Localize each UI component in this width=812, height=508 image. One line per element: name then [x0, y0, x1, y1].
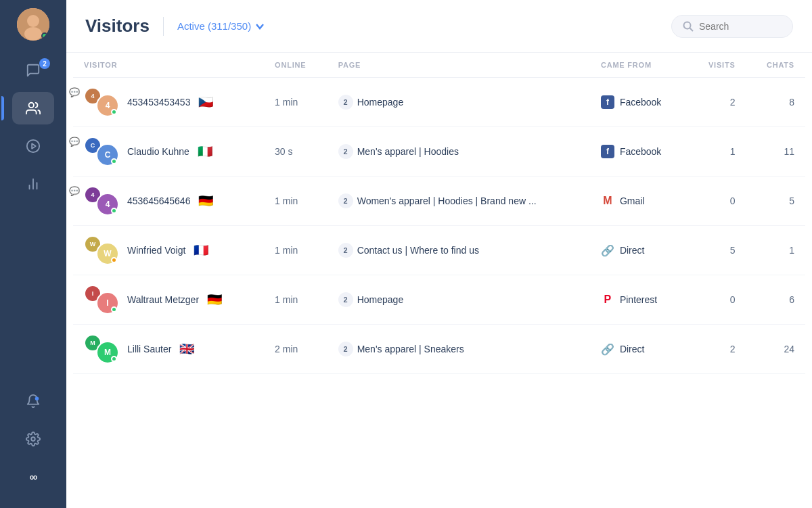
sidebar-item-persona[interactable]: oo: [12, 461, 54, 493]
page-info: 2 Men's apparel | Hoodies: [338, 144, 579, 159]
page-info: 2 Homepage: [338, 292, 579, 307]
play-icon: [26, 139, 41, 154]
table-row[interactable]: W W Winfried Voigt 🇫🇷 1 min 2 Contact us…: [73, 226, 805, 275]
source-name: Direct: [620, 245, 645, 256]
page-cell: 2 Men's apparel | Hoodies: [328, 127, 590, 177]
avatar-stack: 💬 4 4: [84, 87, 119, 117]
avatar-main: C: [96, 143, 119, 166]
visitor-flag: 🇬🇧: [179, 342, 194, 356]
search-input[interactable]: [699, 21, 782, 32]
visitor-name: 453453453453: [127, 97, 190, 108]
chat-icon: [26, 63, 41, 78]
page-cell: 2 Women's apparel | Hoodies | Brand new …: [328, 177, 590, 226]
source-info: MGmail: [601, 194, 677, 208]
page-cell: 2 Contact us | Where to find us: [328, 226, 590, 275]
table-row[interactable]: 💬 4 4 453453453453 🇨🇿 1 min 2 Homepage f…: [73, 78, 805, 127]
visitors-table-container: VISITOR ONLINE PAGE CAME FROM VISITS CHA…: [66, 53, 812, 508]
chats-count: 5: [746, 177, 805, 226]
visitors-icon: [26, 101, 41, 116]
sidebar-item-chat[interactable]: 2: [12, 54, 54, 87]
svg-point-1: [27, 15, 39, 27]
online-time: 1 min: [264, 226, 328, 275]
table-body: 💬 4 4 453453453453 🇨🇿 1 min 2 Homepage f…: [73, 78, 805, 374]
table-row[interactable]: 💬 C C Claudio Kuhne 🇮🇹 30 s 2 Men's appa…: [73, 127, 805, 177]
svg-point-3: [29, 103, 34, 108]
settings-icon: [26, 432, 41, 446]
visitor-name: Winfried Voigt: [127, 245, 185, 256]
avatar-stack: 💬 C C: [84, 137, 119, 166]
sidebar-item-play[interactable]: [12, 130, 54, 162]
page-badge: 2: [338, 292, 353, 307]
table-row[interactable]: I I Waltraut Metzger 🇩🇪 1 min 2 Homepage…: [73, 275, 805, 325]
sidebar-item-visitors[interactable]: [12, 92, 54, 124]
avatar-stack: 💬 4 4: [84, 186, 119, 216]
sidebar-item-analytics[interactable]: [12, 168, 54, 200]
came-from-cell: PPinterest: [590, 275, 688, 325]
came-from-cell: MGmail: [590, 177, 688, 226]
source-info: 🔗Direct: [601, 244, 677, 257]
page-badge: 2: [338, 342, 353, 356]
page-name: Men's apparel | Hoodies: [357, 146, 459, 157]
online-time: 2 min: [264, 325, 328, 374]
visits-count: 2: [688, 325, 746, 374]
chats-count: 8: [746, 78, 805, 127]
page-info: 2 Women's apparel | Hoodies | Brand new …: [338, 193, 579, 208]
col-came-from: CAME FROM: [590, 53, 688, 78]
svg-line-12: [690, 28, 694, 31]
visitor-name: Lilli Sauter: [127, 344, 171, 354]
visitor-cell: M M Lilli Sauter 🇬🇧: [73, 325, 264, 374]
visitor-flag: 🇩🇪: [207, 292, 222, 307]
source-info: fFacebook: [601, 95, 677, 109]
sidebar-item-notifications[interactable]: [12, 385, 54, 417]
avatar-main: W: [96, 242, 119, 265]
sidebar-bottom: oo: [12, 385, 54, 493]
page-badge: 2: [338, 243, 353, 258]
chats-count: 6: [746, 275, 805, 325]
status-dropdown[interactable]: Active (311/350): [177, 20, 265, 32]
svg-point-2: [24, 27, 42, 41]
page-cell: 2 Men's apparel | Sneakers: [328, 325, 590, 374]
visitor-name: 453645645646: [127, 195, 190, 206]
svg-point-9: [35, 397, 39, 401]
came-from-cell: fFacebook: [590, 127, 688, 177]
avatar-main: I: [96, 292, 119, 315]
svg-marker-5: [32, 143, 36, 148]
chevron-down-icon: [255, 22, 265, 31]
chat-bubble-icon: 💬: [69, 137, 80, 147]
table-row[interactable]: 💬 4 4 453645645646 🇩🇪 1 min 2 Women's ap…: [73, 177, 805, 226]
table-header: VISITOR ONLINE PAGE CAME FROM VISITS CHA…: [73, 53, 805, 78]
page-name: Contact us | Where to find us: [357, 245, 479, 256]
avatar-stack: W W: [84, 235, 119, 265]
came-from-cell: 🔗Direct: [590, 226, 688, 275]
col-chats: CHATS: [746, 53, 805, 78]
visitor-cell: 💬 C C Claudio Kuhne 🇮🇹: [73, 127, 264, 177]
facebook-icon: f: [601, 145, 614, 158]
svg-point-11: [684, 22, 691, 28]
direct-icon: 🔗: [601, 244, 614, 257]
chat-badge: 2: [39, 58, 50, 69]
chat-bubble-icon: 💬: [69, 186, 80, 196]
online-time: 1 min: [264, 275, 328, 325]
page-badge: 2: [338, 144, 353, 159]
source-name: Gmail: [620, 195, 645, 206]
came-from-cell: fFacebook: [590, 78, 688, 127]
sidebar-item-settings[interactable]: [12, 423, 54, 455]
visitor-info: 💬 4 4 453453453453 🇨🇿: [84, 87, 253, 117]
svg-point-10: [31, 437, 35, 441]
analytics-icon: [26, 177, 41, 191]
svg-point-4: [27, 140, 39, 152]
visitor-cell: W W Winfried Voigt 🇫🇷: [73, 226, 264, 275]
table-row[interactable]: M M Lilli Sauter 🇬🇧 2 min 2 Men's appare…: [73, 325, 805, 374]
online-time: 30 s: [264, 127, 328, 177]
page-name: Homepage: [357, 97, 404, 108]
visitor-name: Claudio Kuhne: [127, 146, 189, 157]
visitor-cell: 💬 4 4 453645645646 🇩🇪: [73, 177, 264, 226]
source-info: 🔗Direct: [601, 342, 677, 356]
page-header: Visitors Active (311/350): [66, 0, 812, 53]
page-badge: 2: [338, 193, 353, 208]
source-name: Facebook: [620, 97, 661, 108]
user-avatar[interactable]: [17, 8, 49, 41]
page-info: 2 Contact us | Where to find us: [338, 243, 579, 258]
visitor-cell: 💬 4 4 453453453453 🇨🇿: [73, 78, 264, 127]
search-box[interactable]: [671, 15, 793, 38]
